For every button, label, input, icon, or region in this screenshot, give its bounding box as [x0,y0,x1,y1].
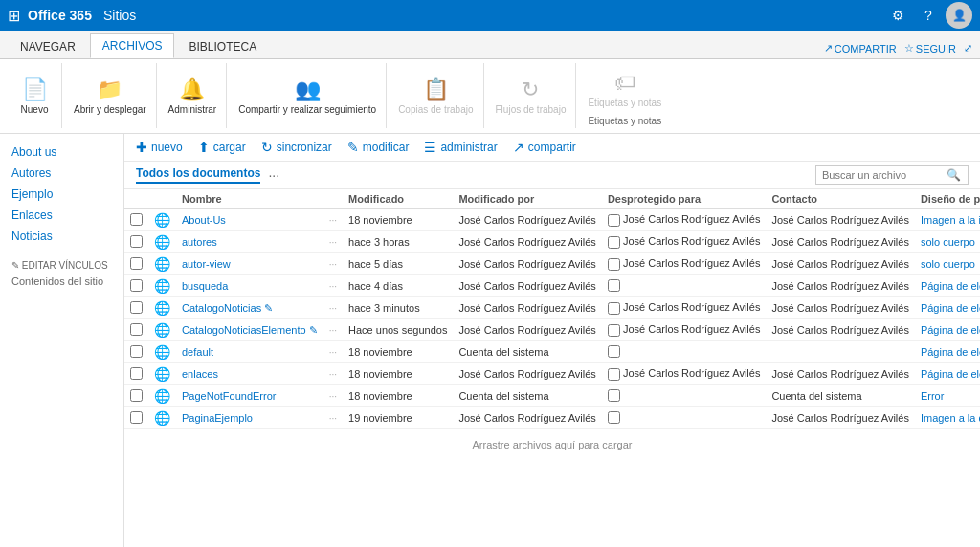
row-name[interactable]: PaginaEjemplo [176,407,323,429]
abrir-button[interactable]: 📁 Abrir y desplegar [70,67,150,124]
col-contact[interactable]: Contacto [766,189,914,209]
share-action[interactable]: ↗ COMPARTIR [824,42,897,55]
row-more[interactable]: ··· [323,253,343,275]
page-design-link[interactable]: Imagen a la derecha [921,412,980,424]
row-page-design[interactable]: Página de elementos web en blanco [915,341,980,363]
col-unprotected[interactable]: Desprotegido para [602,189,767,209]
etiquetas-button[interactable]: 🏷 Etiquetas y notas [584,65,665,114]
focus-action[interactable]: ⤢ [964,42,972,55]
administrar-doc-action[interactable]: ☰ administrar [424,140,497,155]
doc-link[interactable]: PageNotFoundError [182,390,276,402]
doc-link[interactable]: CatalogoNoticiasElemento ✎ [182,324,318,336]
row-name[interactable]: autor-view [176,253,323,275]
doc-link[interactable]: enlaces [182,368,218,380]
row-checkbox[interactable] [124,319,148,341]
search-box[interactable]: 🔍 [815,165,969,185]
tab-navegar[interactable]: NAVEGAR [8,34,88,58]
page-design-link[interactable]: solo cuerpo [921,236,975,248]
page-design-link[interactable]: Página de elementos web en blanco [921,324,980,336]
doc-link[interactable]: default [182,346,213,358]
row-checkbox[interactable] [124,275,148,297]
row-more[interactable]: ··· [323,275,343,297]
flujos-button[interactable]: ↻ Flujos de trabajo [492,67,570,124]
row-page-design[interactable]: solo cuerpo [915,231,980,253]
compartir-button[interactable]: 👥 Compartir y realizar seguimiento [234,67,380,124]
nuevo-button[interactable]: 📄 Nuevo [13,67,56,124]
sidebar-item-autores[interactable]: Autores [0,163,123,184]
col-modified-by[interactable]: Modificado por [453,189,601,209]
page-design-link[interactable]: Imagen a la izquierda [921,214,980,226]
row-page-design[interactable]: Página de elementos web en blanco [915,363,980,385]
doc-link[interactable]: autores [182,236,217,248]
row-more[interactable]: ··· [323,297,343,319]
more-icon[interactable]: ··· [329,259,337,270]
sidebar-item-about[interactable]: About us [0,142,123,163]
edit-links[interactable]: ✎ EDITAR VÍNCULOS [0,254,123,273]
page-design-link[interactable]: solo cuerpo [921,258,975,270]
row-name[interactable]: PageNotFoundError [176,385,323,407]
row-more[interactable]: ··· [323,319,343,341]
search-icon[interactable]: 🔍 [947,168,961,182]
more-icon[interactable]: ··· [329,237,337,248]
more-icon[interactable]: ··· [329,325,337,336]
row-page-design[interactable]: Imagen a la derecha [915,407,980,429]
row-more[interactable]: ··· [323,407,343,429]
row-page-design[interactable]: Imagen a la izquierda [915,209,980,231]
row-more[interactable]: ··· [323,341,343,363]
more-icon[interactable]: ··· [329,391,337,402]
doc-link[interactable]: CatalogoNoticias ✎ [182,302,273,314]
sidebar-item-noticias[interactable]: Noticias [0,226,123,247]
more-icon[interactable]: ··· [329,413,337,424]
sidebar-item-enlaces[interactable]: Enlaces [0,205,123,226]
follow-action[interactable]: ☆ SEGUIR [904,42,956,55]
more-icon[interactable]: ··· [329,215,337,226]
row-checkbox[interactable] [124,209,148,231]
row-checkbox[interactable] [124,363,148,385]
compartir-doc-action[interactable]: ↗ compartir [513,140,576,155]
more-icon[interactable]: ··· [329,303,337,314]
sincronizar-action[interactable]: ↻ sincronizar [261,140,332,155]
row-more[interactable]: ··· [323,385,343,407]
nuevo-action[interactable]: ✚ nuevo [136,140,183,155]
help-icon[interactable]: ? [915,2,942,29]
row-checkbox[interactable] [124,297,148,319]
copias-button[interactable]: 📋 Copias de trabajo [394,67,477,124]
page-design-link[interactable]: Página de elementos web en blanco [921,280,980,292]
page-design-link[interactable]: Página de elementos web en blanco [921,368,980,380]
row-checkbox[interactable] [124,253,148,275]
avatar[interactable]: 👤 [946,2,972,29]
doc-link[interactable]: autor-view [182,258,231,270]
gear-icon[interactable]: ⚙ [884,2,911,29]
doc-link[interactable]: busqueda [182,280,228,292]
row-page-design[interactable]: Página de elementos web en blanco [915,275,980,297]
row-page-design[interactable]: Error [915,385,980,407]
col-name[interactable]: Nombre [176,189,323,209]
page-design-link[interactable]: Página de elementos web en blanco [921,346,980,358]
sidebar-item-ejemplo[interactable]: Ejemplo [0,184,123,205]
col-modified[interactable]: Modificado [343,189,453,209]
grid-icon[interactable]: ⊞ [8,7,20,25]
row-checkbox[interactable] [124,385,148,407]
row-more[interactable]: ··· [323,209,343,231]
more-icon[interactable]: ··· [329,369,337,380]
doc-link[interactable]: About-Us [182,214,226,226]
filter-more-icon[interactable]: ··· [268,167,279,183]
tab-archivos[interactable]: ARCHIVOS [90,33,175,58]
col-page-design[interactable]: Diseño de página [915,189,980,209]
row-more[interactable]: ··· [323,231,343,253]
row-name[interactable]: default [176,341,323,363]
todos-label[interactable]: Todos los documentos [136,166,260,184]
row-name[interactable]: busqueda [176,275,323,297]
more-icon[interactable]: ··· [329,347,337,358]
tab-biblioteca[interactable]: BIBLIOTECA [176,34,269,58]
modificar-action[interactable]: ✎ modificar [347,140,410,155]
administrar-button[interactable]: 🔔 Administrar [165,67,221,124]
more-icon[interactable]: ··· [329,281,337,292]
doc-link[interactable]: PaginaEjemplo [182,412,253,424]
row-name[interactable]: enlaces [176,363,323,385]
row-checkbox[interactable] [124,407,148,429]
row-name[interactable]: CatalogoNoticias ✎ [176,297,323,319]
row-checkbox[interactable] [124,341,148,363]
row-checkbox[interactable] [124,231,148,253]
row-page-design[interactable]: Página de elementos web en blanco [915,297,980,319]
